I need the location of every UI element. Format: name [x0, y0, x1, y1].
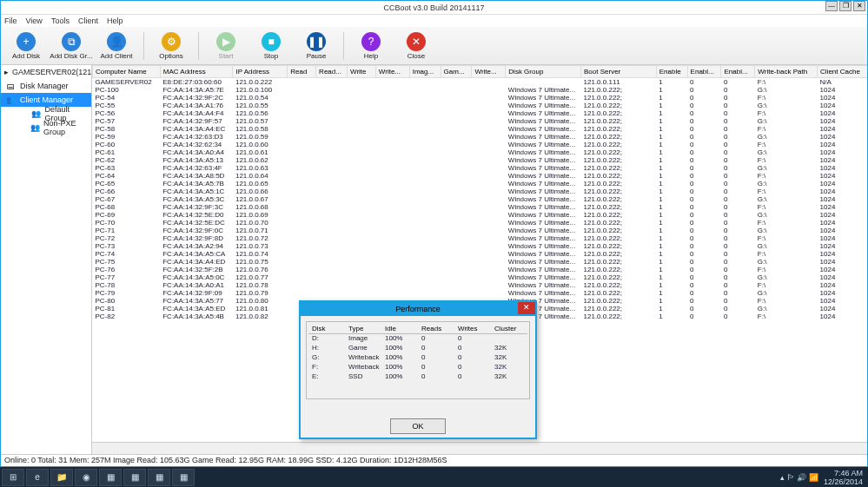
menu-help[interactable]: Help — [107, 16, 123, 25]
table-row[interactable]: PC-70FC:AA:14:32:5E:DC121.0.0.70Windows … — [93, 219, 868, 227]
tray-date: 12/26/2014 — [824, 477, 863, 486]
table-row[interactable]: GAMESERVER02E8:DE:27:03:60:60121.0.0.222… — [93, 78, 868, 87]
menu-file[interactable]: File — [4, 16, 17, 25]
close-window-button[interactable]: ✕ — [853, 1, 865, 11]
sidebar-item-non-pxe-group[interactable]: 👥Non-PXE Group — [1, 121, 91, 135]
column-header[interactable]: Write... — [472, 66, 506, 78]
table-row[interactable]: PC-69FC:AA:14:32:5E:D0121.0.0.69Windows … — [93, 211, 868, 219]
table-row[interactable]: PC-57FC:AA:14:32:9F:57121.0.0.57Windows … — [93, 117, 868, 125]
sidebar-item-disk-manager[interactable]: 🖴Disk Manager — [1, 79, 91, 93]
table-row[interactable]: PC-71FC:AA:14:32:9F:0C121.0.0.71Windows … — [93, 227, 868, 234]
menu-tools[interactable]: Tools — [51, 16, 70, 25]
perf-column: Disk — [308, 324, 345, 333]
tray-icons[interactable]: ▴ 🏳 🔊 📶 — [780, 473, 818, 482]
add-client-icon: 👤 — [107, 32, 126, 51]
perf-column: Type — [345, 324, 381, 333]
column-header[interactable]: Computer Name — [93, 66, 161, 78]
column-header[interactable]: Enable — [656, 66, 687, 78]
taskbar-app2-icon[interactable]: ▦ — [123, 469, 146, 486]
perf-column: Reads — [418, 324, 454, 333]
table-row[interactable]: PC-68FC:AA:14:32:9F:3C121.0.0.68Windows … — [93, 203, 868, 211]
column-header[interactable]: Imag... — [409, 66, 441, 78]
dialog-titlebar[interactable]: Performance ✕ — [301, 302, 535, 316]
taskbar-app-icon[interactable]: ▦ — [99, 469, 122, 486]
status-bar: Online: 0 Total: 31 Mem: 257M Image Read… — [1, 454, 867, 466]
add-disk-group-button[interactable]: ⧉Add Disk Gr... — [51, 29, 91, 63]
add-disk-group-label: Add Disk Gr... — [50, 52, 92, 60]
column-header[interactable]: Write — [347, 66, 375, 78]
stop-button[interactable]: ■Stop — [251, 29, 291, 63]
perf-column: Idle — [381, 324, 418, 333]
menu-client[interactable]: Client — [78, 16, 98, 25]
taskbar-app4-icon[interactable]: ▦ — [172, 469, 195, 486]
column-header[interactable]: Enabl... — [687, 66, 721, 78]
start-button[interactable]: ▶Start — [206, 29, 246, 63]
column-header[interactable]: Read... — [316, 66, 348, 78]
column-header[interactable]: Client Cache — [818, 66, 867, 78]
column-header[interactable]: Boot Server — [581, 66, 657, 78]
table-row[interactable]: PC-77FC:AA:14:3A:A5:0C121.0.0.77Windows … — [93, 273, 868, 281]
stop-label: Stop — [264, 52, 278, 60]
table-row[interactable]: PC-62FC:AA:14:3A:A5:13121.0.0.62Windows … — [93, 156, 868, 164]
help-button[interactable]: ?Help — [351, 29, 391, 63]
taskbar-app3-icon[interactable]: ▦ — [148, 469, 170, 486]
table-row[interactable]: PC-73FC:AA:14:3A:A2:94121.0.0.73Windows … — [93, 242, 868, 250]
table-row[interactable]: PC-56FC:AA:14:3A:A4:F4121.0.0.56Windows … — [93, 109, 868, 117]
table-row[interactable]: PC-67FC:AA:14:3A:A5:3C121.0.0.67Windows … — [93, 195, 868, 203]
column-header[interactable]: MAC Address — [160, 66, 233, 78]
taskbar-explorer-icon[interactable]: 📁 — [50, 469, 73, 486]
table-row[interactable]: PC-60FC:AA:14:32:62:34121.0.0.60Windows … — [93, 141, 868, 148]
tray-clock[interactable]: 7:46 AM 12/26/2014 — [824, 469, 863, 486]
table-row[interactable]: PC-54FC:AA:14:32:9F:2C121.0.0.54Windows … — [93, 94, 868, 102]
start-button[interactable]: ⊞ — [2, 469, 24, 486]
column-header[interactable]: Enabl... — [721, 66, 755, 78]
taskbar-chrome-icon[interactable]: ◉ — [75, 469, 97, 486]
column-header[interactable]: Write-back Path — [755, 66, 818, 78]
table-row[interactable]: PC-100FC:AA:14:3A:A5:7E121.0.0.100Window… — [93, 86, 868, 94]
close-button[interactable]: ✕Close — [396, 29, 436, 63]
dialog-close-button[interactable]: ✕ — [518, 302, 535, 314]
minimize-button[interactable]: — — [825, 1, 838, 11]
table-row[interactable]: PC-78FC:AA:14:3A:A0:A1121.0.0.78Windows … — [93, 281, 868, 289]
ok-button[interactable]: OK — [390, 418, 446, 434]
horizontal-scrollbar[interactable] — [92, 442, 867, 454]
perf-row: F:Writeback100%0032K — [308, 362, 527, 372]
pause-icon: ❚❚ — [307, 32, 326, 51]
table-row[interactable]: PC-76FC:AA:14:32:5F:2B121.0.0.76Windows … — [93, 266, 868, 273]
table-row[interactable]: PC-72FC:AA:14:32:9F:8D121.0.0.72Windows … — [93, 234, 868, 242]
taskbar-ie-icon[interactable]: e — [26, 469, 49, 486]
column-header[interactable]: Write... — [375, 66, 409, 78]
table-row[interactable]: PC-64FC:AA:14:3A:A8:5D121.0.0.64Windows … — [93, 172, 868, 180]
table-row[interactable]: PC-65FC:AA:14:3A:A5:7B121.0.0.65Windows … — [93, 180, 868, 188]
table-row[interactable]: PC-58FC:AA:14:3A:A4:EC121.0.0.58Windows … — [93, 125, 868, 133]
column-header[interactable]: Read — [288, 66, 316, 78]
table-row[interactable]: PC-63FC:AA:14:32:63:4F121.0.0.63Windows … — [93, 164, 868, 172]
add-client-label: Add Client — [101, 52, 133, 60]
add-disk-group-icon: ⧉ — [62, 32, 81, 51]
table-row[interactable]: PC-61FC:AA:14:3A:A0:A4121.0.0.61Windows … — [93, 148, 868, 156]
options-button[interactable]: ⚙Options — [151, 29, 191, 63]
table-row[interactable]: PC-55FC:AA:14:3A:A1:76121.0.0.55Windows … — [93, 102, 868, 109]
menubar: FileViewToolsClientHelp — [1, 15, 867, 27]
options-icon: ⚙ — [162, 32, 181, 51]
menu-view[interactable]: View — [26, 16, 43, 25]
add-disk-button[interactable]: +Add Disk — [6, 29, 46, 63]
add-client-button[interactable]: 👤Add Client — [96, 29, 136, 63]
table-row[interactable]: PC-79FC:AA:14:32:9F:09121.0.0.79Windows … — [93, 289, 868, 297]
close-icon: ✕ — [407, 32, 426, 51]
table-row[interactable]: PC-59FC:AA:14:32:63:D3121.0.0.59Windows … — [93, 133, 868, 141]
help-icon: ? — [361, 32, 381, 51]
sidebar: ▸ GAMESERVER02(121.0.0.222) 🖴Disk Manage… — [1, 65, 92, 454]
column-header[interactable]: Disk Group — [506, 66, 581, 78]
perf-row: D:Image100%00 — [308, 333, 527, 343]
tray-time: 7:46 AM — [834, 469, 863, 477]
column-header[interactable]: Gam... — [441, 66, 472, 78]
add-disk-icon: + — [17, 32, 36, 51]
maximize-button[interactable]: ❐ — [839, 1, 851, 11]
sidebar-root[interactable]: ▸ GAMESERVER02(121.0.0.222) — [1, 65, 91, 79]
column-header[interactable]: IP Address — [233, 66, 288, 78]
table-row[interactable]: PC-74FC:AA:14:3A:A5:CA121.0.0.74Windows … — [93, 250, 868, 258]
pause-button[interactable]: ❚❚Pause — [296, 29, 336, 63]
table-row[interactable]: PC-66FC:AA:14:3A:A5:1C121.0.0.66Windows … — [93, 188, 868, 195]
table-row[interactable]: PC-75FC:AA:14:3A:A4:ED121.0.0.75Windows … — [93, 258, 868, 266]
